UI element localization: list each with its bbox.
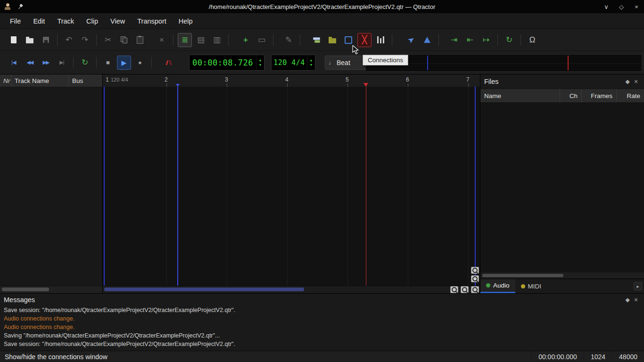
playhead-line <box>366 87 366 286</box>
loop-set-button[interactable]: ↦ <box>479 33 493 47</box>
open-session-button[interactable] <box>23 33 37 47</box>
tempo-spinner[interactable]: ▲ ▼ <box>307 55 315 70</box>
transport-loop-button[interactable]: ↻ <box>78 56 92 70</box>
tempo-display[interactable]: 120 4/4 ▲ ▼ <box>271 55 315 71</box>
rewind-button[interactable]: ◀◀ <box>23 56 37 70</box>
paste-button[interactable] <box>133 33 147 47</box>
tab-overflow-button[interactable]: ▸ <box>634 282 642 290</box>
toolbar-separator <box>520 34 521 46</box>
skip-start-button[interactable]: |◀ <box>7 56 21 70</box>
play-button[interactable]: ▶ <box>117 56 131 70</box>
undo-button[interactable]: ↶ <box>62 33 76 47</box>
scrollbar-thumb[interactable] <box>482 274 563 277</box>
titlebar[interactable]: /home/rounak/QtracterExampleProjectV2/Qt… <box>0 0 644 13</box>
bar-gridline <box>227 87 227 286</box>
track-list-hscrollbar[interactable] <box>0 286 102 293</box>
tooltip: Connections <box>363 55 408 66</box>
column-name[interactable]: Name <box>480 89 560 102</box>
skip-end-button[interactable]: ▶| <box>55 56 69 70</box>
messages-log[interactable]: Save session: "/home/rounak/QtracterExam… <box>0 306 644 348</box>
view-connections-button[interactable]: ╳ <box>357 33 372 47</box>
scrollbar-thumb[interactable] <box>104 288 304 291</box>
pin-icon[interactable] <box>16 2 25 11</box>
menu-view[interactable]: View <box>104 15 131 28</box>
menu-edit[interactable]: Edit <box>27 15 51 28</box>
metronome-icon <box>424 37 430 43</box>
spin-up-icon[interactable]: ▲ <box>259 58 262 62</box>
column-channels[interactable]: Ch <box>560 89 582 102</box>
clip-new-button[interactable]: + <box>239 33 253 47</box>
spin-down-icon[interactable]: ▼ <box>259 63 262 66</box>
horizontal-zoom-out-button[interactable] <box>450 286 458 293</box>
stop-icon: ■ <box>106 59 110 66</box>
float-panel-button[interactable]: ◆ <box>623 296 632 303</box>
spin-up-icon[interactable]: ▲ <box>310 58 313 62</box>
files-hscrollbar[interactable] <box>480 272 644 279</box>
bar-gridline <box>408 87 408 286</box>
tracks-view-icon <box>313 37 320 43</box>
view-tracks-button[interactable] <box>309 33 323 47</box>
column-rate[interactable]: Rate <box>617 89 644 102</box>
view-files-button[interactable] <box>325 33 339 47</box>
session-start-line <box>104 87 105 286</box>
ruler-tick <box>347 83 348 87</box>
stop-button[interactable]: ■ <box>101 56 115 70</box>
timeline-ruler[interactable]: 1 120 4/4 2 3 4 5 6 7 <box>103 74 480 87</box>
minimize-button[interactable]: ∨ <box>603 3 610 10</box>
column-track-bus[interactable]: Bus <box>69 74 102 87</box>
punch-toggle-button[interactable] <box>162 56 176 70</box>
close-panel-button[interactable]: × <box>632 296 640 304</box>
menu-clip[interactable]: Clip <box>80 15 104 28</box>
track-inputs-button[interactable]: ▥ <box>210 33 224 47</box>
close-button[interactable]: × <box>633 3 640 10</box>
scrollbar-thumb[interactable] <box>2 288 49 291</box>
tab-midi[interactable]: MIDI <box>515 279 547 293</box>
fast-forward-button[interactable]: ▶▶ <box>39 56 53 70</box>
close-panel-button[interactable]: × <box>632 78 640 85</box>
view-messages-button[interactable] <box>341 33 355 47</box>
save-session-button[interactable] <box>39 33 53 47</box>
tempo-value: 120 4/4 <box>272 58 307 67</box>
follow-playhead-button[interactable]: ➤ <box>404 33 418 47</box>
copy-button[interactable] <box>117 33 131 47</box>
float-panel-button[interactable]: ◆ <box>623 78 632 85</box>
punch-out-button[interactable]: ⇤ <box>463 33 477 47</box>
zoom-reset-button[interactable] <box>471 286 479 293</box>
menu-track[interactable]: Track <box>51 15 80 28</box>
timeline-canvas[interactable] <box>103 87 480 286</box>
record-button[interactable]: ● <box>133 56 147 70</box>
app-icon <box>4 3 11 10</box>
track-list-toggle-button[interactable]: ≣ <box>178 33 192 47</box>
new-session-button[interactable] <box>7 33 21 47</box>
track-list-body[interactable] <box>0 87 102 286</box>
horizontal-zoom-in-button[interactable] <box>461 286 469 293</box>
column-track-number[interactable]: Nr <box>0 74 11 87</box>
cut-button[interactable]: ✂ <box>101 33 115 47</box>
tab-audio[interactable]: Audio <box>480 279 515 293</box>
playhead-marker[interactable] <box>363 83 368 87</box>
spin-down-icon[interactable]: ▼ <box>310 63 313 66</box>
time-spinner[interactable]: ▲ ▼ <box>256 55 264 70</box>
column-frames[interactable]: Frames <box>582 89 617 102</box>
menu-file[interactable]: File <box>4 15 27 28</box>
loop-button[interactable]: ↻ <box>502 33 516 47</box>
vertical-zoom-in-button[interactable] <box>471 275 479 282</box>
column-track-name[interactable]: Track Name <box>11 74 69 87</box>
redo-button[interactable]: ↷ <box>78 33 92 47</box>
delete-button[interactable]: × <box>155 33 169 47</box>
menu-help[interactable]: Help <box>173 15 199 28</box>
track-properties-button[interactable]: ▤ <box>194 33 208 47</box>
clip-edit-button[interactable]: ✎ <box>281 33 296 47</box>
menu-transport[interactable]: Transport <box>131 15 173 28</box>
punch-in-button[interactable]: ⇥ <box>447 33 461 47</box>
magnifier-icon <box>472 287 478 292</box>
vertical-zoom-out-button[interactable] <box>471 267 479 274</box>
maximize-button[interactable]: ◇ <box>618 3 625 10</box>
shortcuts-button[interactable]: Ω <box>525 33 539 47</box>
files-list-body[interactable] <box>480 103 644 272</box>
timeline-hscrollbar[interactable] <box>103 286 480 293</box>
metronome-button[interactable] <box>420 33 434 47</box>
clip-merge-button[interactable]: ▭ <box>255 33 269 47</box>
time-display[interactable]: 00:00:08.726 ▲ ▼ <box>189 55 264 71</box>
view-mixer-button[interactable] <box>373 33 388 47</box>
